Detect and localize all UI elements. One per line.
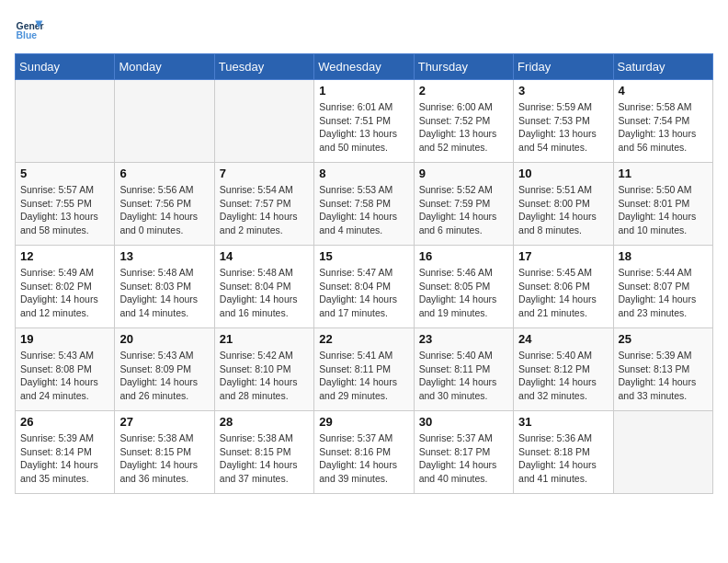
day-info: Sunrise: 5:41 AM Sunset: 8:11 PM Dayligh… bbox=[319, 349, 408, 403]
day-info: Sunrise: 5:59 AM Sunset: 7:53 PM Dayligh… bbox=[518, 100, 608, 155]
day-number: 16 bbox=[419, 249, 508, 263]
day-info: Sunrise: 5:44 AM Sunset: 8:07 PM Dayligh… bbox=[619, 266, 708, 320]
day-header-sunday: Sunday bbox=[16, 54, 115, 80]
day-number: 6 bbox=[119, 167, 209, 180]
day-number: 8 bbox=[319, 167, 408, 180]
calendar-cell: 7Sunrise: 5:54 AM Sunset: 7:57 PM Daylig… bbox=[214, 163, 313, 246]
calendar-week-1: 1Sunrise: 6:01 AM Sunset: 7:51 PM Daylig… bbox=[16, 80, 713, 163]
day-info: Sunrise: 5:52 AM Sunset: 7:59 PM Dayligh… bbox=[419, 183, 508, 237]
day-number: 23 bbox=[419, 332, 508, 346]
day-number: 25 bbox=[619, 332, 708, 346]
day-info: Sunrise: 5:48 AM Sunset: 8:03 PM Dayligh… bbox=[119, 266, 209, 320]
day-number: 18 bbox=[619, 249, 708, 263]
calendar-cell: 10Sunrise: 5:51 AM Sunset: 8:00 PM Dayli… bbox=[514, 163, 613, 246]
day-header-thursday: Thursday bbox=[414, 54, 513, 80]
day-number: 15 bbox=[319, 249, 408, 263]
day-number: 1 bbox=[319, 84, 408, 98]
day-info: Sunrise: 5:51 AM Sunset: 8:00 PM Dayligh… bbox=[518, 183, 608, 237]
day-info: Sunrise: 5:38 AM Sunset: 8:15 PM Dayligh… bbox=[119, 431, 209, 486]
day-info: Sunrise: 5:57 AM Sunset: 7:55 PM Dayligh… bbox=[20, 183, 109, 237]
day-number: 5 bbox=[20, 167, 109, 180]
calendar-table: SundayMondayTuesdayWednesdayThursdayFrid… bbox=[15, 53, 713, 494]
day-info: Sunrise: 6:00 AM Sunset: 7:52 PM Dayligh… bbox=[419, 100, 508, 155]
day-number: 4 bbox=[619, 84, 708, 98]
calendar-cell: 28Sunrise: 5:38 AM Sunset: 8:15 PM Dayli… bbox=[214, 411, 313, 494]
calendar-cell bbox=[16, 80, 115, 163]
calendar-cell: 6Sunrise: 5:56 AM Sunset: 7:56 PM Daylig… bbox=[115, 163, 214, 246]
day-number: 13 bbox=[119, 249, 209, 263]
day-info: Sunrise: 5:43 AM Sunset: 8:08 PM Dayligh… bbox=[20, 349, 109, 403]
svg-text:Blue: Blue bbox=[17, 30, 38, 40]
calendar-cell: 24Sunrise: 5:40 AM Sunset: 8:12 PM Dayli… bbox=[514, 328, 613, 411]
day-header-saturday: Saturday bbox=[613, 54, 712, 80]
day-info: Sunrise: 5:54 AM Sunset: 7:57 PM Dayligh… bbox=[220, 183, 309, 237]
day-header-monday: Monday bbox=[115, 54, 214, 80]
day-header-tuesday: Tuesday bbox=[214, 54, 313, 80]
day-info: Sunrise: 6:01 AM Sunset: 7:51 PM Dayligh… bbox=[319, 100, 408, 155]
day-number: 10 bbox=[518, 167, 608, 180]
day-header-friday: Friday bbox=[514, 54, 613, 80]
day-number: 17 bbox=[518, 249, 608, 263]
day-info: Sunrise: 5:37 AM Sunset: 8:17 PM Dayligh… bbox=[419, 431, 508, 486]
calendar-cell: 27Sunrise: 5:38 AM Sunset: 8:15 PM Dayli… bbox=[115, 411, 214, 494]
day-info: Sunrise: 5:50 AM Sunset: 8:01 PM Dayligh… bbox=[619, 183, 708, 237]
day-info: Sunrise: 5:37 AM Sunset: 8:16 PM Dayligh… bbox=[319, 431, 408, 486]
calendar-cell: 14Sunrise: 5:48 AM Sunset: 8:04 PM Dayli… bbox=[214, 246, 313, 328]
calendar-cell: 21Sunrise: 5:42 AM Sunset: 8:10 PM Dayli… bbox=[214, 328, 313, 411]
day-number: 26 bbox=[20, 415, 109, 429]
calendar-week-4: 19Sunrise: 5:43 AM Sunset: 8:08 PM Dayli… bbox=[16, 328, 713, 411]
day-info: Sunrise: 5:46 AM Sunset: 8:05 PM Dayligh… bbox=[419, 266, 508, 320]
header: General Blue bbox=[15, 15, 713, 44]
day-info: Sunrise: 5:39 AM Sunset: 8:14 PM Dayligh… bbox=[20, 431, 109, 486]
day-info: Sunrise: 5:49 AM Sunset: 8:02 PM Dayligh… bbox=[20, 266, 109, 320]
calendar-header-row: SundayMondayTuesdayWednesdayThursdayFrid… bbox=[16, 54, 713, 80]
day-info: Sunrise: 5:38 AM Sunset: 8:15 PM Dayligh… bbox=[220, 431, 309, 486]
calendar-week-3: 12Sunrise: 5:49 AM Sunset: 8:02 PM Dayli… bbox=[16, 246, 713, 328]
day-number: 7 bbox=[220, 167, 309, 180]
calendar-week-5: 26Sunrise: 5:39 AM Sunset: 8:14 PM Dayli… bbox=[16, 411, 713, 494]
calendar-cell: 5Sunrise: 5:57 AM Sunset: 7:55 PM Daylig… bbox=[16, 163, 115, 246]
calendar-cell: 15Sunrise: 5:47 AM Sunset: 8:04 PM Dayli… bbox=[314, 246, 414, 328]
day-number: 11 bbox=[619, 167, 708, 180]
logo-icon: General Blue bbox=[15, 15, 44, 44]
day-number: 3 bbox=[518, 84, 608, 98]
calendar-cell: 17Sunrise: 5:45 AM Sunset: 8:06 PM Dayli… bbox=[514, 246, 613, 328]
calendar-cell: 9Sunrise: 5:52 AM Sunset: 7:59 PM Daylig… bbox=[414, 163, 513, 246]
calendar-cell: 20Sunrise: 5:43 AM Sunset: 8:09 PM Dayli… bbox=[115, 328, 214, 411]
calendar-cell: 11Sunrise: 5:50 AM Sunset: 8:01 PM Dayli… bbox=[613, 163, 712, 246]
calendar-cell: 16Sunrise: 5:46 AM Sunset: 8:05 PM Dayli… bbox=[414, 246, 513, 328]
day-info: Sunrise: 5:43 AM Sunset: 8:09 PM Dayligh… bbox=[119, 349, 209, 403]
calendar-cell: 30Sunrise: 5:37 AM Sunset: 8:17 PM Dayli… bbox=[414, 411, 513, 494]
day-info: Sunrise: 5:45 AM Sunset: 8:06 PM Dayligh… bbox=[518, 266, 608, 320]
day-number: 30 bbox=[419, 415, 508, 429]
day-number: 31 bbox=[518, 415, 608, 429]
calendar-cell bbox=[613, 411, 712, 494]
calendar-cell: 22Sunrise: 5:41 AM Sunset: 8:11 PM Dayli… bbox=[314, 328, 414, 411]
day-number: 24 bbox=[518, 332, 608, 346]
day-info: Sunrise: 5:40 AM Sunset: 8:11 PM Dayligh… bbox=[419, 349, 508, 403]
day-number: 2 bbox=[419, 84, 508, 98]
logo: General Blue bbox=[15, 15, 48, 44]
calendar-cell: 23Sunrise: 5:40 AM Sunset: 8:11 PM Dayli… bbox=[414, 328, 513, 411]
calendar-cell: 1Sunrise: 6:01 AM Sunset: 7:51 PM Daylig… bbox=[314, 80, 414, 163]
day-info: Sunrise: 5:36 AM Sunset: 8:18 PM Dayligh… bbox=[518, 431, 608, 486]
calendar-week-2: 5Sunrise: 5:57 AM Sunset: 7:55 PM Daylig… bbox=[16, 163, 713, 246]
day-number: 12 bbox=[20, 249, 109, 263]
day-number: 29 bbox=[319, 415, 408, 429]
day-number: 27 bbox=[119, 415, 209, 429]
day-info: Sunrise: 5:40 AM Sunset: 8:12 PM Dayligh… bbox=[518, 349, 608, 403]
day-info: Sunrise: 5:53 AM Sunset: 7:58 PM Dayligh… bbox=[319, 183, 408, 237]
day-number: 14 bbox=[220, 249, 309, 263]
calendar-cell: 25Sunrise: 5:39 AM Sunset: 8:13 PM Dayli… bbox=[613, 328, 712, 411]
calendar-cell: 12Sunrise: 5:49 AM Sunset: 8:02 PM Dayli… bbox=[16, 246, 115, 328]
calendar-cell: 13Sunrise: 5:48 AM Sunset: 8:03 PM Dayli… bbox=[115, 246, 214, 328]
day-info: Sunrise: 5:39 AM Sunset: 8:13 PM Dayligh… bbox=[619, 349, 708, 403]
calendar-cell bbox=[214, 80, 313, 163]
day-number: 20 bbox=[119, 332, 209, 346]
calendar-cell: 3Sunrise: 5:59 AM Sunset: 7:53 PM Daylig… bbox=[514, 80, 613, 163]
calendar-cell: 18Sunrise: 5:44 AM Sunset: 8:07 PM Dayli… bbox=[613, 246, 712, 328]
day-info: Sunrise: 5:58 AM Sunset: 7:54 PM Dayligh… bbox=[619, 100, 708, 155]
calendar-cell: 2Sunrise: 6:00 AM Sunset: 7:52 PM Daylig… bbox=[414, 80, 513, 163]
calendar-cell: 29Sunrise: 5:37 AM Sunset: 8:16 PM Dayli… bbox=[314, 411, 414, 494]
day-info: Sunrise: 5:42 AM Sunset: 8:10 PM Dayligh… bbox=[220, 349, 309, 403]
